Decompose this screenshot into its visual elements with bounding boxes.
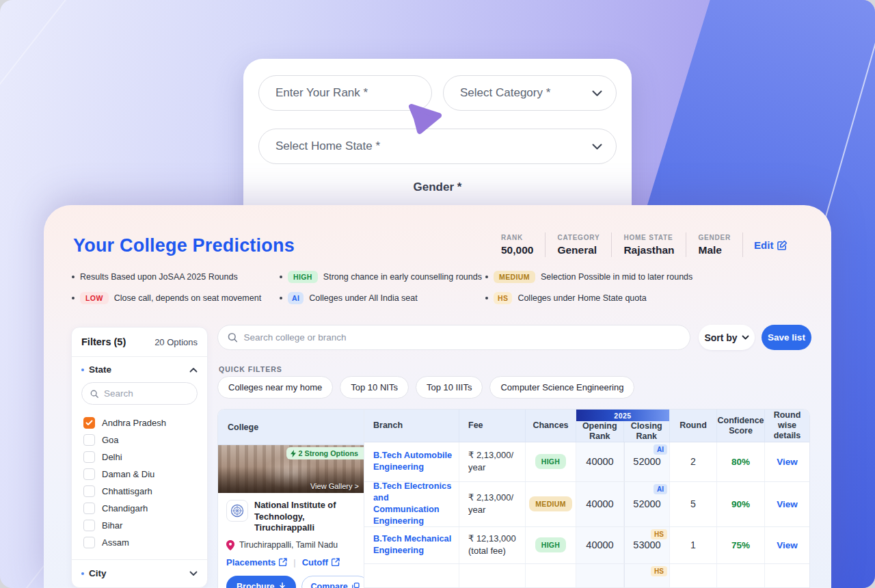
state-option[interactable]: Andhra Pradesh xyxy=(83,417,207,429)
state-option[interactable]: Bihar xyxy=(83,520,207,531)
placements-link[interactable]: Placements xyxy=(226,557,287,567)
category-select[interactable]: Select Category * xyxy=(443,75,617,111)
checkbox-icon[interactable] xyxy=(83,503,95,514)
state-option[interactable]: Delhi xyxy=(83,451,207,463)
state-option-label: Goa xyxy=(102,435,119,445)
state-option[interactable]: Goa xyxy=(83,434,207,446)
opening-rank-cell: 40000 xyxy=(576,527,624,563)
quota-badge: AI xyxy=(654,484,667,494)
view-link[interactable]: View xyxy=(777,499,798,509)
checkbox-checked-icon[interactable] xyxy=(83,417,95,429)
state-option-label: Chandigarh xyxy=(102,503,148,513)
fee-cell: ₹ 2,13,000/ year xyxy=(459,482,526,526)
details-cell xyxy=(765,564,809,587)
state-option[interactable]: Daman & Diu xyxy=(83,468,207,480)
quick-filter-top-iiits[interactable]: Top 10 IIITs xyxy=(416,376,483,399)
state-option[interactable]: Chhattisgarh xyxy=(83,485,207,497)
closing-rank-header: Closing Rank xyxy=(624,421,670,442)
state-option[interactable]: Assam xyxy=(83,537,207,548)
state-search-input[interactable] xyxy=(104,388,189,399)
checkbox-icon[interactable] xyxy=(83,537,95,548)
legend-item: HS Colleges under Home State quota xyxy=(485,292,692,304)
closing-rank-value: 52000 xyxy=(633,456,660,467)
placements-label: Placements xyxy=(226,557,275,567)
branch-link[interactable]: B.Tech Automobile Engineering xyxy=(364,442,459,481)
bullet-icon xyxy=(72,276,75,278)
save-list-button[interactable]: Save list xyxy=(762,325,811,350)
details-cell: View xyxy=(765,482,809,526)
college-search-input[interactable] xyxy=(243,332,680,343)
fee-amount: ₹ 2,13,000/ xyxy=(468,492,513,504)
sort-by-label: Sort by xyxy=(704,332,737,343)
quota-badge: HS xyxy=(651,529,667,539)
bullet-icon xyxy=(280,276,282,278)
college-links: Placements | Cutoff xyxy=(226,557,355,567)
branch-link[interactable]: B.Tech Mechanical Engineering xyxy=(364,527,459,563)
quick-filters-label: QUICK FILTERS xyxy=(219,365,282,373)
quick-filter-near-home[interactable]: Colleges near my home xyxy=(217,376,333,399)
rank-input-field[interactable] xyxy=(275,86,418,100)
chances-cell: MEDIUM xyxy=(526,482,576,526)
college-search[interactable] xyxy=(217,325,690,350)
fee-amount: ₹ 12,13,000 xyxy=(468,533,516,545)
city-section-toggle[interactable]: City xyxy=(72,559,207,584)
checkbox-icon[interactable] xyxy=(83,434,95,446)
bullet-icon xyxy=(485,297,488,299)
view-link[interactable]: View xyxy=(777,457,798,467)
cutoff-link[interactable]: Cutoff xyxy=(302,557,340,567)
chances-cell: HIGH xyxy=(526,442,576,481)
round-cell: 5 xyxy=(670,482,717,526)
checkbox-icon[interactable] xyxy=(83,451,95,463)
brochure-button[interactable]: Brochure xyxy=(226,576,296,588)
college-name: National Institute of Technology, Tiruch… xyxy=(254,500,355,534)
bullet-icon xyxy=(81,572,84,575)
predictor-form-card: Select Category * Select Home State * Ge… xyxy=(243,59,632,230)
quick-filter-cse[interactable]: Computer Science Engineering xyxy=(489,376,634,399)
branch-link[interactable]: B.Tech Electronics and Communication Eng… xyxy=(364,482,459,526)
stat-gender: GENDER Male xyxy=(686,234,742,256)
search-icon xyxy=(228,332,237,343)
college-identity: National Institute of Technology, Tiruch… xyxy=(226,500,355,534)
bullet-icon xyxy=(280,297,282,299)
checkbox-icon[interactable] xyxy=(83,485,95,497)
state-option-label: Chhattisgarh xyxy=(102,486,152,496)
closing-rank-value: 52000 xyxy=(633,498,660,509)
state-option[interactable]: Chandigarh xyxy=(83,503,207,514)
stat-value: 50,000 xyxy=(501,244,533,256)
confidence-cell: 75% xyxy=(717,527,765,563)
rank-subheaders: Opening Rank Closing Rank xyxy=(576,421,669,442)
city-section-label: City xyxy=(89,568,107,578)
college-column: College 2 Strong Options View Gallery > xyxy=(218,410,364,588)
state-search[interactable] xyxy=(81,382,198,405)
college-location-text: Tiruchirappalli, Tamil Nadu xyxy=(239,540,338,550)
college-actions: Brochure Compare xyxy=(226,576,355,588)
state-option-label: Bihar xyxy=(102,520,122,531)
stat-home-state: HOME STATE Rajasthan xyxy=(612,234,686,256)
location-pin-icon xyxy=(226,540,234,550)
compare-button[interactable]: Compare xyxy=(301,576,364,588)
edit-button[interactable]: Edit xyxy=(754,239,788,251)
stat-rank: RANK 50,000 xyxy=(489,234,545,256)
quick-filter-top-nits[interactable]: Top 10 NITs xyxy=(340,376,409,399)
view-gallery-link[interactable]: View Gallery > xyxy=(310,482,359,490)
brochure-label: Brochure xyxy=(237,582,275,588)
search-icon xyxy=(90,389,98,399)
checkbox-icon[interactable] xyxy=(83,520,95,531)
state-section-toggle[interactable]: State xyxy=(72,357,207,380)
closing-rank-cell: HS 53000 xyxy=(624,527,670,563)
chance-badge: MEDIUM xyxy=(529,496,571,511)
sort-by-button[interactable]: Sort by xyxy=(699,325,755,350)
download-icon xyxy=(279,583,286,588)
checkbox-icon[interactable] xyxy=(83,468,95,480)
legend-text: Colleges under Home State quota xyxy=(517,293,646,303)
emblem-icon xyxy=(230,503,245,518)
rank-input[interactable] xyxy=(258,75,432,111)
branch-link xyxy=(364,564,459,587)
quota-badge: AI xyxy=(654,444,667,455)
year-column-group: 2025 Opening Rank Closing Rank xyxy=(576,410,670,442)
college-photo: 2 Strong Options View Gallery > xyxy=(218,445,364,493)
view-link[interactable]: View xyxy=(777,540,798,550)
table-row: HS xyxy=(364,564,809,588)
closing-rank-cell: AI 52000 xyxy=(624,482,670,526)
year-banner: 2025 xyxy=(576,410,669,421)
